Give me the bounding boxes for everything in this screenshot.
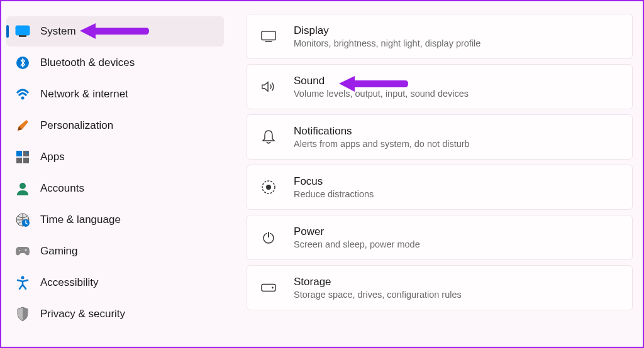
card-storage[interactable]: Storage Storage space, drives, configura… xyxy=(247,265,633,310)
storage-icon xyxy=(261,280,276,295)
sidebar-item-label: Time & language xyxy=(40,214,121,226)
card-body: Sound Volume levels, output, input, soun… xyxy=(294,75,469,99)
svg-rect-5 xyxy=(23,151,29,156)
card-title: Storage xyxy=(294,276,462,288)
svg-rect-1 xyxy=(19,35,26,37)
card-desc: Screen and sleep, power mode xyxy=(294,239,420,249)
sidebar-item-label: Accounts xyxy=(40,182,84,195)
svg-point-17 xyxy=(266,185,271,190)
apps-icon xyxy=(15,150,30,165)
sidebar-item-bluetooth[interactable]: Bluetooth & devices xyxy=(6,48,224,78)
gaming-icon xyxy=(15,244,30,259)
sidebar-item-time-language[interactable]: Time & language xyxy=(6,205,224,235)
svg-rect-4 xyxy=(16,151,22,156)
card-desc: Reduce distractions xyxy=(294,189,374,199)
main-content: Display Monitors, brightness, night ligh… xyxy=(229,1,643,347)
system-icon xyxy=(15,24,30,39)
network-icon xyxy=(15,87,30,102)
svg-point-8 xyxy=(19,183,26,189)
sidebar-item-label: System xyxy=(40,25,76,38)
focus-icon xyxy=(261,180,276,195)
svg-point-13 xyxy=(21,276,25,280)
svg-point-23 xyxy=(272,287,274,289)
svg-rect-0 xyxy=(16,26,30,35)
accounts-icon xyxy=(15,181,30,196)
card-title: Notifications xyxy=(294,125,470,138)
sidebar-item-label: Personalization xyxy=(40,119,113,132)
display-icon xyxy=(261,29,276,44)
svg-rect-14 xyxy=(262,31,275,40)
notifications-icon xyxy=(261,129,276,144)
personalization-icon xyxy=(15,118,30,133)
svg-rect-6 xyxy=(16,158,22,163)
sidebar-item-system[interactable]: System xyxy=(6,16,224,46)
sidebar-item-network[interactable]: Network & internet xyxy=(6,79,224,109)
sidebar-item-personalization[interactable]: Personalization xyxy=(6,111,224,141)
sidebar-item-label: Bluetooth & devices xyxy=(40,57,135,69)
card-desc: Monitors, brightness, night light, displ… xyxy=(294,38,480,48)
sidebar-item-label: Apps xyxy=(40,151,65,163)
sidebar-item-accounts[interactable]: Accounts xyxy=(6,173,224,204)
time-language-icon xyxy=(15,212,30,227)
bluetooth-icon xyxy=(15,55,30,70)
card-title: Display xyxy=(294,24,480,37)
card-desc: Volume levels, output, input, sound devi… xyxy=(294,89,469,99)
card-body: Power Screen and sleep, power mode xyxy=(294,226,420,249)
card-power[interactable]: Power Screen and sleep, power mode xyxy=(247,215,633,260)
sound-icon xyxy=(261,79,276,94)
card-notifications[interactable]: Notifications Alerts from apps and syste… xyxy=(247,114,633,160)
svg-point-11 xyxy=(25,249,27,251)
card-body: Focus Reduce distractions xyxy=(294,175,374,199)
card-desc: Alerts from apps and system, do not dist… xyxy=(294,139,470,149)
sidebar-item-label: Privacy & security xyxy=(40,308,125,320)
svg-point-3 xyxy=(21,97,25,100)
sidebar-item-accessibility[interactable]: Accessibility xyxy=(6,268,224,298)
sidebar: System Bluetooth & devices Network & int… xyxy=(1,1,229,347)
svg-rect-7 xyxy=(23,158,29,163)
sidebar-item-label: Gaming xyxy=(40,245,78,258)
card-body: Storage Storage space, drives, configura… xyxy=(294,276,462,300)
card-focus[interactable]: Focus Reduce distractions xyxy=(247,165,633,210)
sidebar-item-gaming[interactable]: Gaming xyxy=(6,236,224,266)
sidebar-item-apps[interactable]: Apps xyxy=(6,142,224,172)
sidebar-item-label: Accessibility xyxy=(40,276,99,289)
svg-point-12 xyxy=(19,250,20,251)
card-title: Power xyxy=(294,226,420,238)
card-title: Focus xyxy=(294,175,374,188)
card-body: Display Monitors, brightness, night ligh… xyxy=(294,24,480,48)
card-display[interactable]: Display Monitors, brightness, night ligh… xyxy=(247,14,633,59)
card-desc: Storage space, drives, configuration rul… xyxy=(294,290,462,300)
sidebar-item-privacy[interactable]: Privacy & security xyxy=(6,299,224,329)
card-body: Notifications Alerts from apps and syste… xyxy=(294,125,470,149)
sidebar-item-label: Network & internet xyxy=(40,88,128,101)
privacy-icon xyxy=(15,307,30,322)
accessibility-icon xyxy=(15,275,30,290)
card-sound[interactable]: Sound Volume levels, output, input, soun… xyxy=(247,64,633,109)
power-icon xyxy=(261,230,276,245)
card-title: Sound xyxy=(294,75,469,87)
